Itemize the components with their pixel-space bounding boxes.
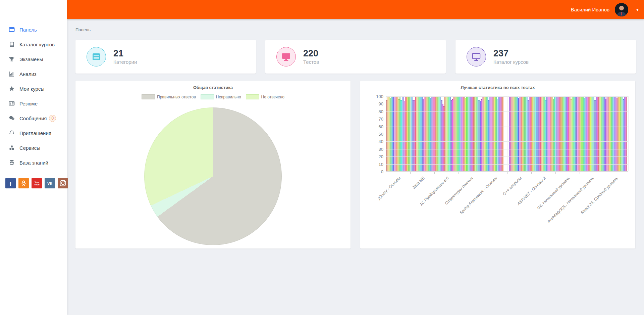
vk-icon[interactable]: vk [45,178,55,188]
sidebar-item-label: Резюме [19,101,38,106]
gridline [604,96,604,171]
stat-label: Каталог курсов [493,59,529,65]
id-card-icon [8,100,15,106]
sidebar-item-label: Сообщения [19,116,47,121]
x-axis-category-label: jQuery - Основы [377,176,401,200]
sidebar-item-0[interactable]: Панель [0,22,67,37]
sidebar-item-1[interactable]: Каталог курсов [0,37,67,52]
sidebar-item-6[interactable]: Сообщения0 [0,111,67,126]
legend-label: Неправильно [216,95,241,99]
gridline [459,96,459,171]
x-axis-tick [555,172,556,174]
gridline [628,96,629,171]
legend-swatch [142,94,155,99]
database-icon [8,160,15,166]
pie-chart-title: Общая статистика [75,85,351,90]
bar-chart-icon [8,71,15,77]
monitor-icon [276,47,296,66]
gridline [507,96,508,171]
y-axis-tick-label: 80 [367,109,383,114]
gridline [556,96,556,171]
y-axis-tick-label: 90 [367,101,383,106]
legend-item-2: Не отвечено [246,94,284,99]
stat-value: 21 [113,48,137,59]
chevron-down-icon[interactable]: ▼ [636,8,639,12]
x-axis-tick [507,172,507,174]
legend-swatch [201,94,214,99]
sidebar-item-7[interactable]: Приглашения [0,126,67,140]
legend-label: Не отвечено [261,95,284,99]
stat-card-1[interactable]: 220Тестов [265,40,446,74]
breadcrumb: Панель [75,27,91,32]
sidebar: ПанельКаталог курсовЭкзаменыАнализМои ку… [0,0,67,315]
legend-item-1: Неправильно [201,94,241,99]
stat-label: Тестов [303,59,319,65]
sidebar-item-8[interactable]: Сервисы [0,140,67,155]
user-avatar[interactable] [615,3,628,16]
sidebar-item-label: Приглашения [19,130,51,136]
sidebar-menu: ПанельКаталог курсовЭкзаменыАнализМои ку… [0,22,67,170]
x-axis-tick [531,172,532,174]
user-name[interactable]: Василий Иванов [571,7,609,12]
x-axis-tick [459,172,459,174]
x-axis-tick [628,172,628,174]
bar-chart-panel: Лучшая статистика во всех тестах 0102030… [360,81,635,249]
stat-label: Категории [113,59,137,65]
instagram-icon[interactable] [58,178,68,188]
messages-count-badge: 0 [49,115,56,122]
y-axis-tick-label: 100 [367,94,383,99]
bar-chart-plot-area [386,96,628,172]
gridline [532,96,532,171]
x-axis-category-label: C++ вопросы [502,176,523,196]
topbar: Василий Иванов ▼ [67,0,644,19]
sidebar-item-9[interactable]: База знаний [0,155,67,170]
pie-chart [144,107,282,245]
youtube-icon[interactable]: YouTube [32,178,42,188]
x-axis-tick [434,172,435,174]
list-icon [87,47,106,66]
x-axis-category-label: Java ME [411,176,426,190]
dashboard-icon [8,27,15,33]
sidebar-item-label: Мои курсы [19,86,44,92]
sidebar-item-4[interactable]: Мои курсы [0,81,67,96]
sidebar-item-2[interactable]: Экзамены [0,52,67,66]
social-links: fYouTubevk [5,178,68,188]
bell-icon [8,130,15,136]
odnoklassniki-icon[interactable] [18,178,29,188]
y-axis-tick-label: 60 [367,124,383,129]
sidebar-item-label: Экзамены [19,56,43,62]
stat-value: 237 [493,48,529,59]
sidebar-item-label: Сервисы [19,145,40,151]
sidebar-item-label: Панель [19,27,37,33]
stat-value: 220 [303,48,319,59]
sidebar-item-label: База знаний [19,160,48,166]
sidebar-item-5[interactable]: Резюме [0,96,67,111]
gridline [411,96,411,171]
sidebar-item-3[interactable]: Анализ [0,66,67,81]
gridline [580,96,580,171]
x-axis-tick [483,172,483,174]
y-axis-tick-label: 50 [367,132,383,137]
cubes-icon [8,145,15,151]
x-axis-tick [604,172,604,174]
gridline [483,96,483,171]
x-axis-tick [410,172,411,174]
legend-label: Правильных ответов [157,95,196,99]
stat-card-0[interactable]: 21Категории [75,40,256,74]
y-axis-tick-label: 10 [367,162,383,167]
dashboard-page: ПанельКаталог курсовЭкзаменыАнализМои ку… [0,0,644,315]
facebook-icon[interactable]: f [5,178,16,188]
pie-chart-panel: Общая статистика Правильных ответовНепра… [75,81,351,249]
y-axis-tick-label: 30 [367,147,383,152]
book-icon [8,41,15,47]
monitor-outline-icon [467,47,486,66]
y-axis-tick-label: 40 [367,139,383,144]
stat-card-2[interactable]: 237Каталог курсов [455,40,636,74]
bar-chart-title: Лучшая статистика во всех тестах [360,85,635,90]
pie-chart-legend: Правильных ответовНеправильноНе отвечено [75,94,351,99]
star-icon [8,86,15,92]
legend-swatch [246,94,259,99]
x-axis-tick [580,172,580,174]
trophy-icon [8,56,15,62]
chat-icon [8,115,15,121]
